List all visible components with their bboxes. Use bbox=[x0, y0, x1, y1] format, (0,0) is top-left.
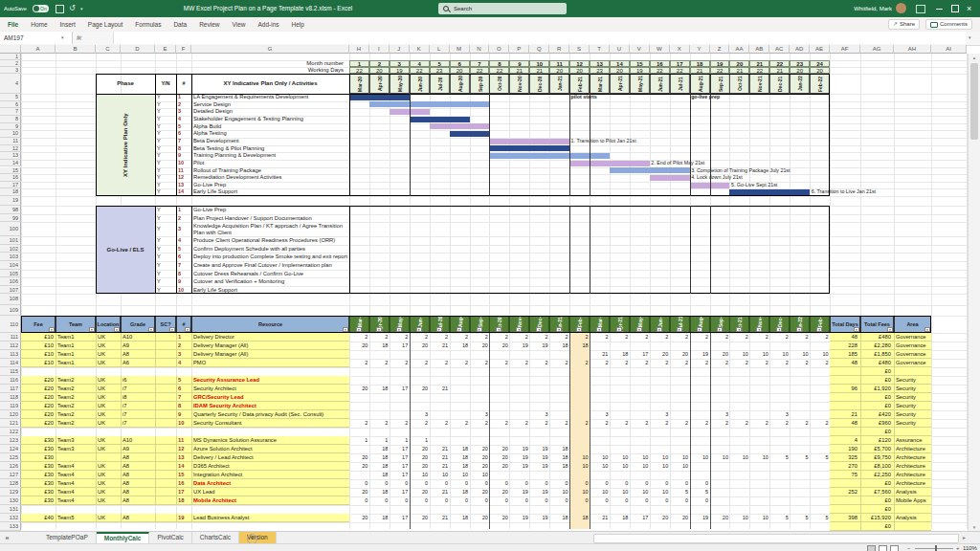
resource-month-cell[interactable]: 19 bbox=[529, 462, 547, 471]
resource-month-cell[interactable]: 0 bbox=[369, 479, 388, 488]
working-days-cell[interactable]: 20 bbox=[790, 67, 810, 74]
fee-cell[interactable]: £10 bbox=[21, 350, 54, 359]
resource-month-cell[interactable]: 10 bbox=[610, 462, 628, 471]
resource-month-cell[interactable]: 1 bbox=[410, 436, 428, 445]
total-fees-cell[interactable]: £0 bbox=[860, 367, 891, 376]
column-header-X[interactable]: X bbox=[670, 45, 690, 54]
month-number-cell[interactable]: 9 bbox=[509, 60, 529, 67]
team-cell[interactable]: Team4 bbox=[57, 462, 94, 471]
location-cell[interactable]: UK bbox=[98, 479, 119, 488]
resource-month-cell[interactable]: 10 bbox=[729, 453, 747, 462]
working-days-cell[interactable]: 22 bbox=[710, 67, 730, 74]
resource-month-cell[interactable]: 2 bbox=[630, 333, 648, 342]
cell-yn[interactable]: Y bbox=[157, 270, 174, 278]
resource-month-cell[interactable]: 2 bbox=[670, 333, 688, 342]
resource-name-cell[interactable]: D365 Architect bbox=[193, 462, 347, 471]
num-cell[interactable]: 8 bbox=[178, 402, 189, 410]
resource-month-cell[interactable]: 20 bbox=[710, 350, 728, 359]
resource-month-cell[interactable]: 2 bbox=[749, 419, 768, 428]
column-header-A[interactable]: A bbox=[21, 45, 56, 54]
working-days-cell[interactable]: 20 bbox=[810, 67, 830, 74]
working-days-cell[interactable]: 22 bbox=[650, 67, 670, 74]
resource-month-cell[interactable]: 10 bbox=[630, 462, 648, 471]
resource-month-cell[interactable]: 2 bbox=[410, 359, 428, 367]
resource-month-cell[interactable]: 0 bbox=[489, 479, 507, 488]
filter-icon[interactable]: ▾ bbox=[556, 327, 562, 332]
resource-month-cell[interactable]: 20 bbox=[650, 514, 668, 522]
filter-icon[interactable]: ▾ bbox=[854, 327, 859, 332]
working-days-cell[interactable]: 19 bbox=[630, 67, 650, 74]
month-label-cell[interactable]: Nov-21 bbox=[749, 74, 769, 94]
resource-month-cell[interactable]: 5 bbox=[810, 453, 828, 462]
num-cell[interactable]: 15 bbox=[178, 471, 189, 479]
area-cell[interactable]: Mobile Apps bbox=[896, 496, 930, 505]
filter-icon[interactable]: ▾ bbox=[717, 327, 723, 332]
fee-cell[interactable]: £30 bbox=[21, 436, 54, 445]
num-cell[interactable]: 4 bbox=[178, 359, 189, 367]
cell-yn[interactable]: Y bbox=[157, 188, 174, 196]
month-label-cell[interactable]: Aug-20 bbox=[450, 74, 470, 94]
resource-month-cell[interactable]: 20 bbox=[489, 445, 507, 453]
resource-month-cell[interactable]: 18 bbox=[549, 453, 568, 462]
activity-label[interactable]: Alpha Build bbox=[193, 123, 347, 131]
month-number-cell[interactable]: 19 bbox=[710, 60, 730, 67]
month-number-cell[interactable]: 12 bbox=[569, 60, 590, 67]
resource-month-cell[interactable]: 18 bbox=[549, 514, 568, 522]
location-cell[interactable]: UK bbox=[98, 410, 119, 419]
resource-month-cell[interactable]: 18 bbox=[450, 445, 468, 453]
cell-num[interactable]: 5 bbox=[178, 123, 190, 131]
total-fees-cell[interactable]: £480 bbox=[860, 333, 891, 342]
resource-name-cell[interactable]: UX Lead bbox=[193, 488, 347, 496]
month-label-cell[interactable]: Dec-21 bbox=[769, 74, 790, 94]
resource-month-cell[interactable]: 0 bbox=[650, 496, 668, 505]
filter-icon[interactable]: ▾ bbox=[89, 327, 95, 332]
fee-cell[interactable]: £20 bbox=[21, 385, 54, 393]
resource-month-cell[interactable]: 5 bbox=[670, 488, 688, 496]
filter-icon[interactable]: ▾ bbox=[596, 327, 602, 332]
cell-yn[interactable]: Y bbox=[157, 245, 174, 253]
page-break-view-icon[interactable] bbox=[890, 545, 899, 551]
resource-name-cell[interactable]: Lead Business Analyst bbox=[193, 514, 347, 522]
resource-month-cell[interactable]: 18 bbox=[450, 488, 468, 496]
team-cell[interactable]: Team2 bbox=[57, 385, 94, 393]
resource-month-cell[interactable]: 2 bbox=[529, 359, 547, 367]
resource-month-cell[interactable]: 21 bbox=[430, 385, 448, 393]
resource-month-cell[interactable]: 20 bbox=[489, 462, 507, 471]
resource-name-cell[interactable]: Azure Solution Architect bbox=[193, 445, 347, 453]
area-cell[interactable]: Security bbox=[896, 393, 930, 402]
column-header-AF[interactable]: AF bbox=[830, 45, 860, 54]
resource-month-cell[interactable]: 2 bbox=[509, 333, 527, 342]
column-header-Z[interactable]: Z bbox=[710, 45, 730, 54]
resource-month-cell[interactable]: 2 bbox=[650, 359, 668, 367]
location-cell[interactable]: UK bbox=[98, 393, 119, 402]
grade-cell[interactable]: A8 bbox=[122, 350, 153, 359]
column-header-B[interactable]: B bbox=[56, 45, 96, 54]
column-header-D[interactable]: D bbox=[121, 45, 155, 54]
resource-month-cell[interactable]: 2 bbox=[529, 419, 547, 428]
total-fees-cell[interactable]: £0 bbox=[860, 522, 891, 531]
cell-yn[interactable]: Y bbox=[157, 160, 174, 167]
resource-month-cell[interactable]: 5 bbox=[810, 514, 828, 522]
resource-month-cell[interactable]: 2 bbox=[369, 333, 388, 342]
month-label-cell[interactable]: Jun-21 bbox=[650, 74, 670, 94]
row-header-11[interactable]: 11 bbox=[0, 138, 21, 145]
resource-month-cell[interactable]: 3 bbox=[410, 410, 428, 419]
resource-month-cell[interactable]: 20 bbox=[470, 445, 488, 453]
team-cell[interactable]: Team3 bbox=[57, 445, 94, 453]
select-all-corner[interactable] bbox=[0, 45, 21, 54]
resource-month-cell[interactable]: 0 bbox=[489, 496, 507, 505]
resource-month-cell[interactable]: 20 bbox=[410, 488, 428, 496]
area-cell[interactable]: Architecture bbox=[896, 453, 930, 462]
resource-month-cell[interactable]: 0 bbox=[470, 496, 488, 505]
resource-month-cell[interactable]: 21 bbox=[590, 350, 608, 359]
cell-num[interactable]: 1 bbox=[178, 206, 190, 214]
team-cell[interactable]: Team4 bbox=[57, 479, 94, 488]
resource-month-cell[interactable]: 17 bbox=[630, 350, 648, 359]
team-cell[interactable]: Team2 bbox=[57, 410, 94, 419]
month-label-cell[interactable]: Nov-20 bbox=[509, 74, 529, 94]
resource-month-cell[interactable]: 18 bbox=[549, 445, 568, 453]
grade-cell[interactable]: A10 bbox=[122, 436, 153, 445]
resource-month-cell[interactable]: 10 bbox=[610, 453, 628, 462]
resource-month-cell[interactable]: 1 bbox=[369, 436, 388, 445]
row-header-109[interactable]: 109 bbox=[0, 305, 21, 316]
